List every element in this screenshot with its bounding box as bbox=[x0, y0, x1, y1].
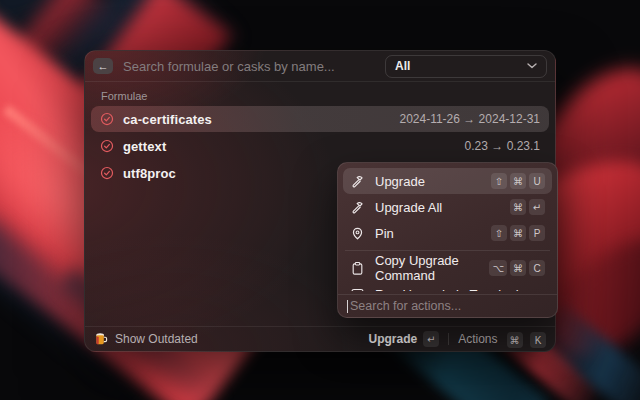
action-upgrade-all[interactable]: Upgrade All ⌘ ↵ bbox=[343, 194, 552, 220]
check-circle-icon bbox=[100, 166, 114, 180]
p-key-badge: P bbox=[529, 225, 545, 241]
check-circle-icon bbox=[100, 139, 114, 153]
filter-dropdown-value: All bbox=[395, 59, 410, 73]
app-label: Show Outdated bbox=[115, 332, 369, 346]
hammer-icon bbox=[350, 200, 365, 215]
back-button[interactable]: ← bbox=[93, 58, 113, 74]
shift-key-badge: ⇧ bbox=[491, 225, 507, 241]
action-shortcut: ⌘ ↵ bbox=[510, 199, 545, 215]
actions-panel: Upgrade ⇧ ⌘ U Upgrade All ⌘ ↵ Pin ⇧ ⌘ P bbox=[337, 162, 558, 318]
cmd-key-badge: ⌘ bbox=[510, 199, 526, 215]
footer-divider bbox=[448, 333, 449, 345]
actions-key-badges: ⌘ K bbox=[504, 330, 546, 349]
action-label: Copy Upgrade Command bbox=[375, 253, 489, 283]
chevron-down-icon bbox=[527, 63, 537, 69]
actions-button[interactable]: Actions bbox=[458, 332, 497, 346]
actions-list: Upgrade ⇧ ⌘ U Upgrade All ⌘ ↵ Pin ⇧ ⌘ P bbox=[338, 163, 557, 291]
homebrew-beer-icon bbox=[94, 332, 108, 346]
section-label: Formulae bbox=[101, 90, 555, 102]
formula-versions: 2024-11-26 → 2024-12-31 bbox=[399, 112, 540, 126]
formula-name: ca-certificates bbox=[123, 112, 399, 127]
check-circle-icon bbox=[100, 112, 114, 126]
list-item-gettext[interactable]: gettext 0.23 → 0.23.1 bbox=[91, 133, 549, 159]
terminal-icon bbox=[350, 287, 365, 292]
search-header: ← Search formulae or casks by name... Al… bbox=[85, 51, 555, 81]
action-pin[interactable]: Pin ⇧ ⌘ P bbox=[343, 220, 552, 246]
action-shortcut: ⇧ ⌘ P bbox=[491, 225, 545, 241]
formula-name: gettext bbox=[123, 139, 465, 154]
enter-key-badge: ↵ bbox=[423, 331, 439, 347]
shift-key-badge: ⇧ bbox=[491, 173, 507, 189]
list-item-ca-certificates[interactable]: ca-certificates 2024-11-26 → 2024-12-31 bbox=[91, 106, 549, 132]
u-key-badge: U bbox=[529, 173, 545, 189]
cmd-key-badge: ⌘ bbox=[510, 225, 526, 241]
search-input[interactable]: Search formulae or casks by name... bbox=[123, 59, 385, 74]
action-upgrade[interactable]: Upgrade ⇧ ⌘ U bbox=[343, 168, 552, 194]
back-arrow-icon: ← bbox=[98, 61, 109, 72]
actions-divider bbox=[345, 250, 550, 251]
actions-search-placeholder: Search for actions... bbox=[350, 299, 461, 313]
text-cursor bbox=[347, 300, 348, 313]
enter-key-badge: ↵ bbox=[529, 199, 545, 215]
action-copy-upgrade-command[interactable]: Copy Upgrade Command ⌥ ⌘ C bbox=[343, 255, 552, 281]
actions-search[interactable]: Search for actions... bbox=[338, 294, 557, 317]
formula-versions: 0.23 → 0.23.1 bbox=[465, 139, 540, 153]
header-divider bbox=[85, 81, 555, 82]
filter-dropdown[interactable]: All bbox=[385, 55, 547, 78]
window-footer: Show Outdated Upgrade ↵ Actions ⌘ K bbox=[85, 326, 555, 351]
action-label: Run Upgrade in Terminal bbox=[375, 287, 545, 292]
action-shortcut: ⇧ ⌘ U bbox=[491, 173, 545, 189]
action-label: Upgrade bbox=[375, 174, 491, 189]
c-key-badge: C bbox=[529, 260, 545, 276]
cmd-key-badge: ⌘ bbox=[510, 260, 526, 276]
cmd-key-badge: ⌘ bbox=[507, 332, 523, 348]
k-key-badge: K bbox=[530, 332, 546, 348]
hammer-icon bbox=[350, 174, 365, 189]
pin-icon bbox=[350, 226, 365, 241]
action-shortcut: ⌥ ⌘ C bbox=[489, 260, 545, 276]
clipboard-icon bbox=[350, 261, 365, 276]
cmd-key-badge: ⌘ bbox=[510, 173, 526, 189]
option-key-badge: ⌥ bbox=[489, 260, 507, 276]
primary-action-label[interactable]: Upgrade bbox=[369, 332, 418, 346]
action-label: Pin bbox=[375, 226, 491, 241]
action-label: Upgrade All bbox=[375, 200, 510, 215]
